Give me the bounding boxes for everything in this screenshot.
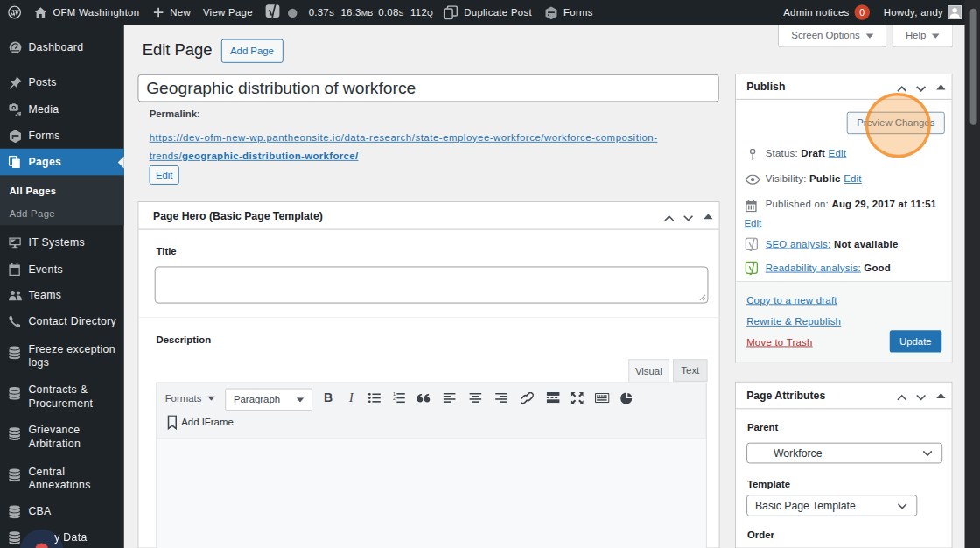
svg-text:2: 2 [393,396,396,401]
